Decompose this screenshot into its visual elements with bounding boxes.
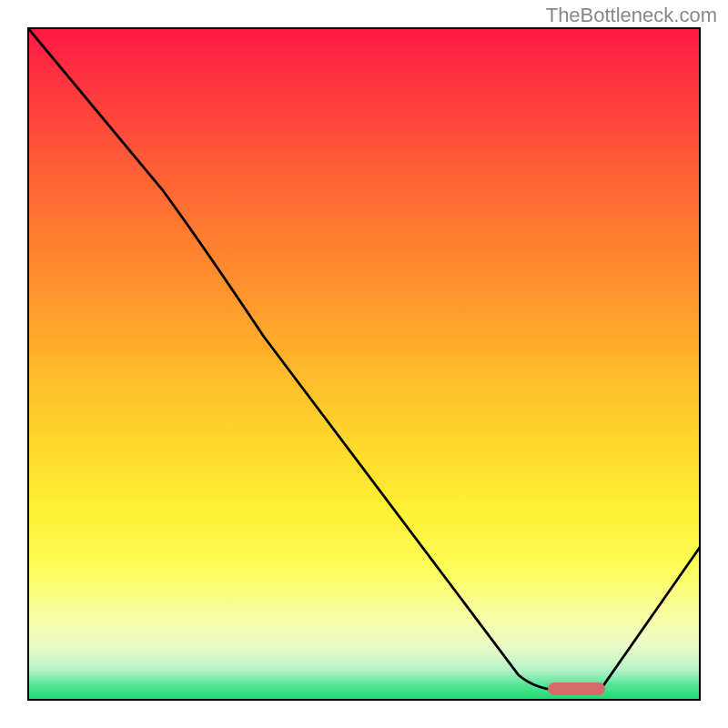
bottleneck-curve — [27, 27, 701, 701]
watermark-text: TheBottleneck.com — [546, 4, 717, 27]
optimal-range-marker — [548, 682, 605, 695]
chart-plot-area — [27, 27, 701, 701]
